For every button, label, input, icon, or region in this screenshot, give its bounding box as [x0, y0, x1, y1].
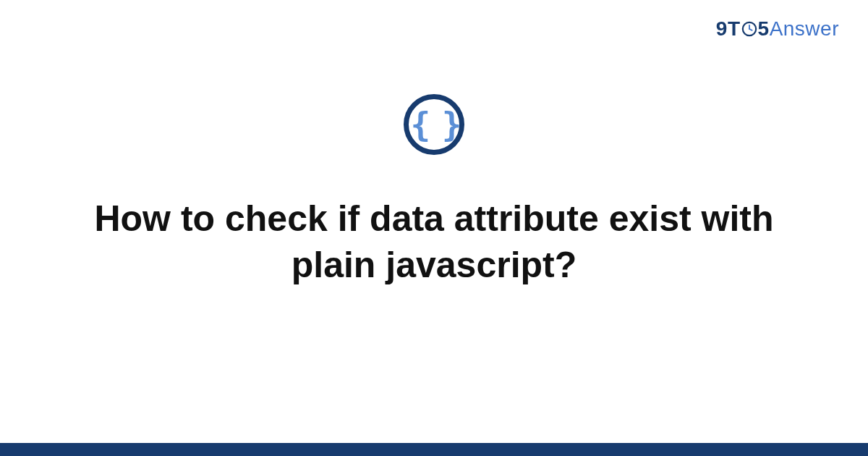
code-braces-icon: { } — [410, 108, 457, 141]
question-title: How to check if data attribute exist wit… — [58, 195, 810, 288]
footer-accent-bar — [0, 443, 868, 456]
logo-text-5: 5 — [758, 17, 770, 41]
logo-clock-icon — [741, 21, 757, 37]
logo-text-9t: 9T — [716, 17, 741, 41]
site-logo[interactable]: 9T 5 Answer — [716, 17, 839, 41]
svg-line-2 — [749, 29, 752, 30]
logo-text-answer: Answer — [770, 17, 839, 41]
category-badge: { } — [404, 94, 464, 155]
main-content: { } How to check if data attribute exist… — [0, 94, 868, 288]
